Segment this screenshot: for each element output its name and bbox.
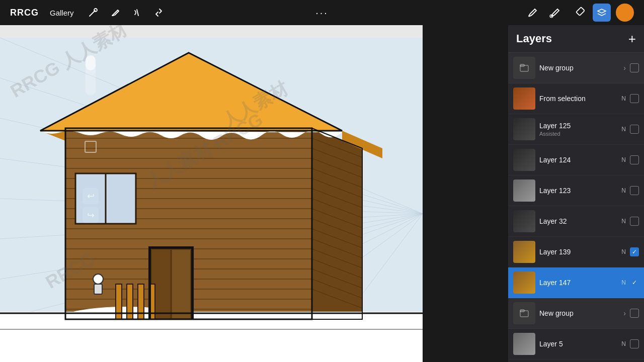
layer-name: New group (539, 64, 619, 72)
layer-blend-mode[interactable]: N (621, 126, 626, 133)
layer-chevron-icon[interactable]: › (623, 64, 626, 72)
layer-visibility-checkbox[interactable] (630, 94, 639, 103)
brush-icon[interactable] (523, 4, 541, 22)
layer-info: From selection (539, 95, 617, 103)
layer-chevron-icon[interactable]: › (623, 309, 626, 317)
layer-item-from-selection[interactable]: From selection N (508, 83, 644, 114)
layer-controls: N (621, 155, 639, 164)
layer-visibility-checkbox[interactable] (630, 125, 639, 134)
layer-item-layer-147[interactable]: Layer 147 N ✓ (508, 267, 644, 298)
tool-script-icon[interactable] (129, 5, 145, 21)
svg-rect-73 (148, 246, 151, 319)
color-swatch[interactable] (616, 4, 634, 22)
layer-controls: N ✓ (621, 247, 639, 256)
add-layer-button[interactable]: + (628, 32, 636, 45)
redo-button[interactable]: ↩ (83, 207, 99, 223)
layer-controls: N ✓ (621, 278, 639, 287)
layer-blend-mode[interactable]: N (621, 156, 626, 163)
checkbox-tool[interactable] (85, 141, 97, 153)
layer-item-layer-111[interactable]: Layer 111 N (508, 359, 644, 362)
left-toolbar: ↩ ↩ (80, 25, 101, 362)
layer-thumb (513, 57, 535, 79)
layer-name: Layer 123 (539, 187, 617, 195)
layers-panel: Layers + New group › From selection (508, 25, 644, 362)
layer-name: From selection (539, 95, 617, 103)
layer-blend-mode[interactable]: N (621, 248, 626, 255)
layer-name: Layer 32 (539, 217, 617, 225)
eraser-icon[interactable] (570, 4, 588, 22)
layer-controls: › (623, 63, 639, 72)
layer-blend-mode[interactable]: N (621, 340, 626, 347)
svg-rect-74 (191, 246, 194, 319)
layer-thumb (513, 87, 535, 110)
size-slider[interactable] (86, 55, 96, 96)
layer-blend-mode[interactable]: N (621, 218, 626, 225)
layer-thumb (513, 302, 535, 324)
svg-rect-72 (148, 246, 194, 249)
svg-point-1 (550, 15, 553, 18)
canvas-illustration: RRCG 人人素材 人人素材 RRCG RRCG 人人素材 (0, 25, 423, 362)
layer-item-layer-124[interactable]: Layer 124 N (508, 145, 644, 175)
layer-info: Layer 5 (539, 340, 617, 348)
layer-name: Layer 125 (539, 122, 617, 130)
layer-visibility-checkbox[interactable]: ✓ (630, 247, 639, 256)
layer-item-layer-32[interactable]: Layer 32 N (508, 206, 644, 237)
layer-item-layer-139[interactable]: Layer 139 N ✓ (508, 237, 644, 267)
layer-item-layer-123[interactable]: Layer 123 N (508, 175, 644, 206)
layer-visibility-checkbox[interactable] (630, 186, 639, 195)
gallery-button[interactable]: Gallery (45, 7, 79, 19)
layer-name: New group (539, 309, 619, 317)
layers-header: Layers + (508, 25, 644, 53)
layer-thumb (513, 272, 535, 294)
layer-thumb (513, 179, 535, 202)
canvas-area: RRCG 人人素材 人人素材 RRCG RRCG 人人素材 (0, 25, 423, 362)
layer-name: Layer 5 (539, 340, 617, 348)
svg-rect-60 (172, 250, 190, 318)
layer-info: New group (539, 64, 619, 72)
layer-thumb (513, 241, 535, 263)
layer-thumb (513, 210, 535, 232)
layer-visibility-checkbox[interactable] (630, 63, 639, 72)
svg-marker-36 (312, 128, 362, 319)
layer-blend-mode[interactable]: N (621, 187, 626, 194)
layer-name: Layer 139 (539, 248, 617, 256)
layer-item-new-group-2[interactable]: New group › (508, 298, 644, 329)
layer-info: Layer 125 Assisted (539, 122, 617, 137)
layer-info: New group (539, 309, 619, 317)
layer-controls: N (621, 217, 639, 226)
layer-sublabel: Assisted (539, 131, 617, 137)
tool-transform-icon[interactable] (151, 5, 168, 21)
layer-controls: N (621, 186, 639, 195)
layer-name: Layer 124 (539, 156, 617, 164)
smudge-icon[interactable] (546, 4, 565, 22)
layer-visibility-checkbox[interactable] (630, 155, 639, 164)
layer-visibility-checkbox[interactable] (630, 217, 639, 226)
layer-blend-mode[interactable]: N (621, 95, 626, 102)
tool-modify-icon[interactable] (85, 5, 101, 21)
layer-controls: N (621, 125, 639, 134)
main-topbar: RRCG Gallery ··· (0, 0, 644, 25)
layer-blend-mode[interactable]: N (621, 279, 626, 286)
layer-name: Layer 147 (539, 279, 617, 287)
app-logo: RRCG (10, 8, 39, 18)
topbar-dots: ··· (315, 7, 329, 19)
layer-item-layer-125[interactable]: Layer 125 Assisted N (508, 114, 644, 145)
layer-visibility-checkbox[interactable] (630, 339, 639, 348)
layer-info: Layer 32 (539, 217, 617, 225)
layer-controls: N (621, 339, 639, 348)
layer-item-layer-5[interactable]: Layer 5 N (508, 329, 644, 359)
layers-icon[interactable] (593, 4, 611, 22)
undo-button[interactable]: ↩ (83, 188, 99, 204)
layer-info: Layer 124 (539, 156, 617, 164)
layer-item-new-group-1[interactable]: New group › (508, 53, 644, 83)
layer-info: Layer 147 (539, 279, 617, 287)
layer-thumb (513, 333, 535, 355)
layer-controls: N (621, 94, 639, 103)
svg-rect-2 (576, 7, 585, 16)
layers-title: Layers (516, 32, 552, 45)
tool-pen-icon[interactable] (107, 5, 123, 21)
layer-visibility-checkbox[interactable]: ✓ (630, 278, 639, 287)
layer-visibility-checkbox[interactable] (630, 309, 639, 318)
undo-redo-group: ↩ ↩ (83, 188, 99, 223)
layer-controls: › (623, 309, 639, 318)
